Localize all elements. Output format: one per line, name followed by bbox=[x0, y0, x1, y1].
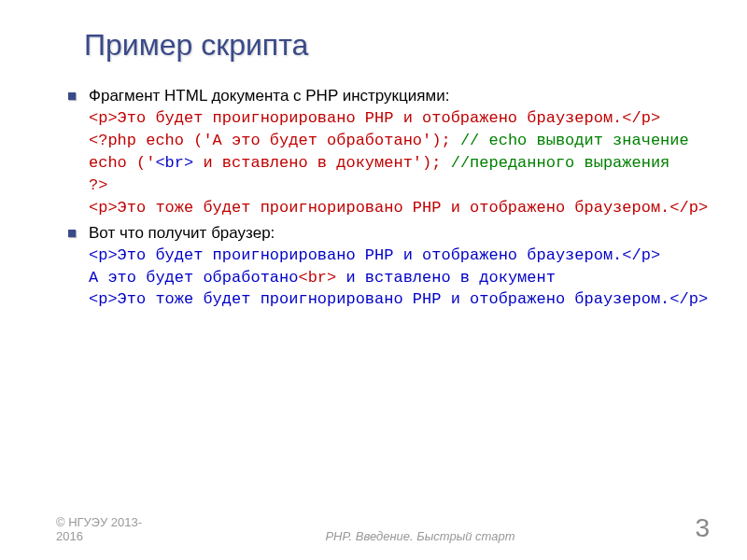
out-line-2a: А это будет обработано bbox=[89, 269, 298, 287]
slide-content: Фрагмент HTML документа с PHP инструкция… bbox=[89, 86, 710, 311]
bullet-2-intro: Вот что получит браузер: bbox=[89, 224, 275, 242]
out-line-3: <p>Это тоже будет проигнорировано PHP и … bbox=[89, 290, 708, 308]
code-line-4: ?> bbox=[89, 176, 107, 194]
slide: Пример скрипта Фрагмент HTML документа с… bbox=[0, 0, 747, 560]
code-line-2a: <?php echo ('А это будет обработано'); bbox=[89, 132, 460, 149]
code-line-1: <p>Это будет проигнорировано PHP и отобр… bbox=[89, 109, 660, 127]
bullet-2: Вот что получит браузер: <p>Это будет пр… bbox=[89, 223, 710, 312]
out-line-2b: <br> bbox=[298, 269, 336, 287]
code-line-3b: <br> bbox=[155, 154, 193, 172]
footer-left-1: © НГУЭУ 2013- bbox=[56, 515, 142, 529]
code-line-5: <p>Это тоже будет проигнорировано PHP и … bbox=[89, 199, 708, 217]
bullet-1-intro: Фрагмент HTML документа с PHP инструкция… bbox=[89, 87, 449, 105]
slide-title: Пример скрипта bbox=[84, 28, 710, 63]
out-line-1: <p>Это будет проигнорировано PHP и отобр… bbox=[89, 246, 660, 264]
out-line-2c: и вставлено в документ bbox=[336, 269, 556, 287]
bullet-1: Фрагмент HTML документа с PHP инструкция… bbox=[89, 86, 710, 219]
code-line-3c: и вставлено в документ'); bbox=[193, 154, 450, 172]
footer-subtitle: PHP. Введение. Быстрый старт bbox=[168, 529, 672, 543]
code-line-3a: echo (' bbox=[89, 154, 155, 172]
page-number: 3 bbox=[672, 513, 710, 543]
footer-copyright: © НГУЭУ 2013- 2016 bbox=[56, 515, 168, 543]
code-line-2b: // echo выводит значение bbox=[460, 132, 689, 149]
code-line-3d: //переданного выражения bbox=[451, 154, 670, 172]
footer-left-2: 2016 bbox=[56, 529, 83, 543]
footer: © НГУЭУ 2013- 2016 PHP. Введение. Быстры… bbox=[56, 513, 710, 543]
